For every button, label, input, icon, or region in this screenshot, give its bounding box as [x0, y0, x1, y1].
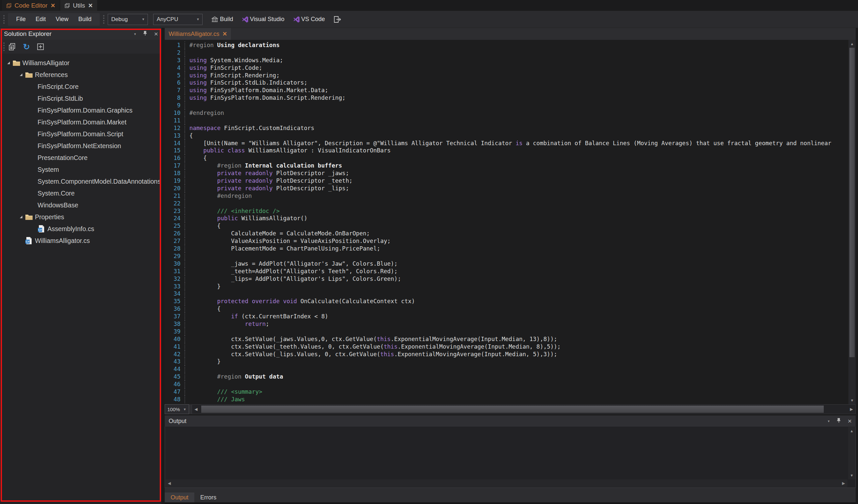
code-line-39[interactable]: 39 [165, 328, 856, 336]
code-line-37[interactable]: 37 if (ctx.CurrentBarIndex < 8) [165, 313, 856, 320]
scroll-up-icon[interactable]: ▲ [848, 428, 855, 434]
scroll-left-icon[interactable]: ◀ [165, 479, 173, 487]
output-panel-content[interactable]: ▲ ▼ ◀ ▶ [165, 427, 856, 488]
code-line-43[interactable]: 43 } [165, 358, 856, 365]
output-tab-output[interactable]: Output [165, 492, 194, 502]
visual-studio-button[interactable]: Visual Studio [242, 16, 285, 23]
explorer-toolbar-grip[interactable] [3, 43, 5, 51]
code-line-26[interactable]: 26 CalculateMode = CalculateMode.OnBarOp… [165, 230, 856, 237]
close-icon[interactable]: × [88, 3, 93, 8]
tree-item-finsysplatform-domain-script[interactable]: FinSysPlatform.Domain.Script [0, 128, 161, 140]
tree-item-references[interactable]: References [0, 69, 161, 81]
export-button[interactable] [334, 16, 341, 23]
code-line-23[interactable]: 23 /// <inheritdoc /> [165, 207, 856, 215]
scroll-up-icon[interactable]: ▲ [848, 40, 856, 47]
code-line-7[interactable]: 7using FinSysPlatform.Domain.Market.Data… [165, 86, 856, 94]
code-line-24[interactable]: 24 public WilliamsAlligator() [165, 215, 856, 222]
editor-horizontal-scrollbar[interactable]: ◀ ▶ [192, 404, 856, 414]
code-line-1[interactable]: 1#region Using declarations [165, 42, 856, 49]
chevron-down-icon[interactable]: ▾ [828, 419, 830, 423]
code-line-38[interactable]: 38 return; [165, 320, 856, 328]
scroll-right-icon[interactable]: ▶ [847, 405, 855, 414]
expander-icon[interactable] [5, 62, 13, 64]
code-line-34[interactable]: 34 [165, 290, 856, 297]
add-item-button[interactable] [36, 43, 45, 51]
code-line-45[interactable]: 45 #region Output data [165, 373, 856, 380]
code-line-19[interactable]: 19 private readonly PlotDescriptor _teet… [165, 177, 856, 185]
code-line-48[interactable]: 48 /// Jaws [165, 396, 856, 403]
pin-icon[interactable] [836, 418, 841, 424]
code-line-22[interactable]: 22 [165, 200, 856, 207]
code-line-32[interactable]: 32 _lips= AddPlot("Alligator's Lips", Co… [165, 275, 856, 283]
code-line-16[interactable]: 16 { [165, 155, 856, 162]
code-line-21[interactable]: 21 #endregion [165, 192, 856, 200]
menu-item-file[interactable]: File [11, 16, 31, 23]
scroll-right-icon[interactable]: ▶ [840, 479, 847, 487]
code-line-31[interactable]: 31 _teeth=AddPlot("Alligator's Teeth", C… [165, 267, 856, 275]
tree-item-finscript-core[interactable]: FinScript.Core [0, 81, 161, 93]
tree-item-finsysplatform-netextension[interactable]: FinSysPlatform.NetExtension [0, 140, 161, 152]
code-line-46[interactable]: 46 [165, 380, 856, 388]
code-line-28[interactable]: 28 PlacementMode = ChartPanelUsing.Price… [165, 245, 856, 253]
tree-item-finsysplatform-domain-market[interactable]: FinSysPlatform.Domain.Market [0, 116, 161, 128]
tree-item-finsysplatform-domain-graphics[interactable]: FinSysPlatform.Domain.Graphics [0, 104, 161, 116]
copy-files-button[interactable] [8, 43, 16, 51]
tree-item-assemblyinfo-cs[interactable]: C#AssemblyInfo.cs [0, 223, 161, 235]
tree-item-presentationcore[interactable]: PresentationCore [0, 152, 161, 164]
scroll-left-icon[interactable]: ◀ [192, 405, 200, 414]
tree-item-windowsbase[interactable]: WindowsBase [0, 199, 161, 211]
menu-item-view[interactable]: View [51, 16, 74, 23]
code-line-33[interactable]: 33 } [165, 283, 856, 290]
code-line-35[interactable]: 35 protected override void OnCalculate(C… [165, 297, 856, 305]
code-line-44[interactable]: 44 [165, 365, 856, 373]
code-line-6[interactable]: 6using FinScript.StdLib.Indicators; [165, 79, 856, 86]
build-button[interactable]: Build [211, 16, 233, 23]
editor-vertical-scrollbar[interactable]: ▲ ▼ [848, 40, 856, 404]
vscode-button[interactable]: VS Code [293, 16, 325, 23]
menu-item-build[interactable]: Build [74, 16, 96, 23]
code-line-29[interactable]: 29 [165, 253, 856, 260]
expander-icon[interactable] [17, 74, 25, 76]
configuration-dropdown[interactable]: Debug ▼ [108, 14, 148, 25]
code-line-5[interactable]: 5using FinScript.Rendering; [165, 72, 856, 79]
tree-item-finscript-stdlib[interactable]: FinScript.StdLib [0, 93, 161, 104]
code-line-20[interactable]: 20 private readonly PlotDescriptor _lips… [165, 185, 856, 192]
scroll-down-icon[interactable]: ▼ [848, 397, 856, 404]
tree-item-williamsalligator-cs[interactable]: C#WilliamsAlligator.cs [0, 235, 161, 247]
toolbar-grip-2[interactable] [103, 15, 105, 24]
close-icon[interactable]: × [848, 418, 852, 424]
window-tab-utils[interactable]: Utils× [60, 0, 97, 11]
toolbar-grip[interactable] [3, 15, 5, 24]
close-icon[interactable]: × [51, 3, 55, 8]
code-line-15[interactable]: 15 public class WilliamsAlligator : Visu… [165, 147, 856, 155]
code-line-4[interactable]: 4using FinScript.Code; [165, 64, 856, 72]
code-editor-surface[interactable]: 1#region Using declarations23using Syste… [165, 40, 856, 404]
platform-dropdown[interactable]: AnyCPU ▼ [153, 14, 203, 25]
code-line-30[interactable]: 30 _jaws = AddPlot("Alligator's Jaw", Co… [165, 260, 856, 267]
close-icon[interactable]: × [223, 32, 227, 36]
editor-hscroll-thumb[interactable] [201, 406, 824, 413]
pin-icon[interactable] [143, 31, 147, 37]
chevron-down-icon[interactable]: ▾ [134, 32, 136, 36]
code-line-14[interactable]: 14 [Unit(Name = "Williams Alligator", De… [165, 140, 856, 147]
code-line-10[interactable]: 10#endregion [165, 109, 856, 117]
code-line-9[interactable]: 9 [165, 102, 856, 109]
output-vertical-scrollbar[interactable]: ▲ ▼ [848, 427, 855, 479]
editor-tab-williamsalligator[interactable]: WilliamsAlligator.cs × [165, 28, 231, 40]
code-line-36[interactable]: 36 { [165, 305, 856, 313]
refresh-icon[interactable]: ↻ [23, 43, 30, 50]
code-line-25[interactable]: 25 { [165, 222, 856, 230]
tree-item-system[interactable]: System [0, 164, 161, 176]
code-line-8[interactable]: 8using FinSysPlatform.Domain.Script.Rend… [165, 94, 856, 102]
code-line-18[interactable]: 18 private readonly PlotDescriptor _jaws… [165, 169, 856, 177]
output-tab-errors[interactable]: Errors [194, 492, 222, 502]
code-line-40[interactable]: 40 ctx.SetValue(_jaws.Values,0, ctx.GetV… [165, 336, 856, 343]
code-line-3[interactable]: 3using System.Windows.Media; [165, 56, 856, 64]
close-icon[interactable]: × [154, 31, 158, 36]
expander-icon[interactable] [17, 216, 25, 218]
menu-item-edit[interactable]: Edit [31, 16, 51, 23]
code-line-13[interactable]: 13{ [165, 132, 856, 140]
code-line-27[interactable]: 27 ValueAxisPosition = ValueAxisPosition… [165, 237, 856, 245]
scroll-down-icon[interactable]: ▼ [848, 472, 855, 479]
output-horizontal-scrollbar[interactable]: ◀ ▶ [165, 479, 847, 487]
